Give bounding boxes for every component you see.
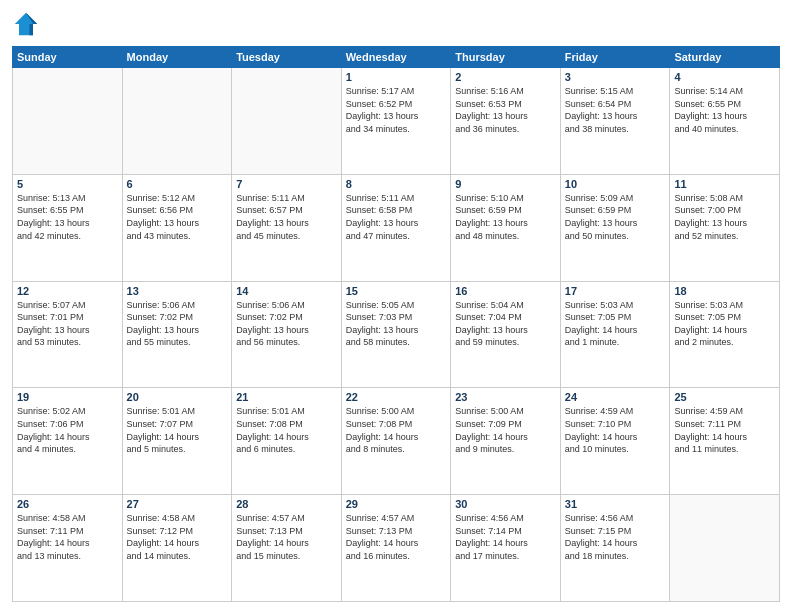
- day-info: Sunrise: 5:12 AM Sunset: 6:56 PM Dayligh…: [127, 192, 228, 242]
- day-number: 1: [346, 71, 447, 83]
- logo: [12, 10, 42, 38]
- day-number: 7: [236, 178, 337, 190]
- day-number: 5: [17, 178, 118, 190]
- day-number: 30: [455, 498, 556, 510]
- day-cell: 17Sunrise: 5:03 AM Sunset: 7:05 PM Dayli…: [560, 281, 670, 388]
- day-number: 2: [455, 71, 556, 83]
- day-number: 3: [565, 71, 666, 83]
- weekday-header-monday: Monday: [122, 47, 232, 68]
- day-number: 15: [346, 285, 447, 297]
- day-info: Sunrise: 5:07 AM Sunset: 7:01 PM Dayligh…: [17, 299, 118, 349]
- day-cell: 23Sunrise: 5:00 AM Sunset: 7:09 PM Dayli…: [451, 388, 561, 495]
- day-cell: 13Sunrise: 5:06 AM Sunset: 7:02 PM Dayli…: [122, 281, 232, 388]
- day-info: Sunrise: 5:15 AM Sunset: 6:54 PM Dayligh…: [565, 85, 666, 135]
- day-number: 13: [127, 285, 228, 297]
- day-cell: 27Sunrise: 4:58 AM Sunset: 7:12 PM Dayli…: [122, 495, 232, 602]
- weekday-header-thursday: Thursday: [451, 47, 561, 68]
- day-number: 11: [674, 178, 775, 190]
- day-cell: 16Sunrise: 5:04 AM Sunset: 7:04 PM Dayli…: [451, 281, 561, 388]
- day-number: 18: [674, 285, 775, 297]
- day-cell: 21Sunrise: 5:01 AM Sunset: 7:08 PM Dayli…: [232, 388, 342, 495]
- day-number: 20: [127, 391, 228, 403]
- day-number: 29: [346, 498, 447, 510]
- day-cell: 10Sunrise: 5:09 AM Sunset: 6:59 PM Dayli…: [560, 174, 670, 281]
- day-cell: 4Sunrise: 5:14 AM Sunset: 6:55 PM Daylig…: [670, 68, 780, 175]
- week-row-5: 26Sunrise: 4:58 AM Sunset: 7:11 PM Dayli…: [13, 495, 780, 602]
- day-info: Sunrise: 5:05 AM Sunset: 7:03 PM Dayligh…: [346, 299, 447, 349]
- weekday-header-tuesday: Tuesday: [232, 47, 342, 68]
- day-cell: 20Sunrise: 5:01 AM Sunset: 7:07 PM Dayli…: [122, 388, 232, 495]
- day-info: Sunrise: 4:59 AM Sunset: 7:11 PM Dayligh…: [674, 405, 775, 455]
- day-cell: 9Sunrise: 5:10 AM Sunset: 6:59 PM Daylig…: [451, 174, 561, 281]
- day-number: 6: [127, 178, 228, 190]
- day-info: Sunrise: 4:58 AM Sunset: 7:12 PM Dayligh…: [127, 512, 228, 562]
- calendar-table: SundayMondayTuesdayWednesdayThursdayFrid…: [12, 46, 780, 602]
- page: SundayMondayTuesdayWednesdayThursdayFrid…: [0, 0, 792, 612]
- day-info: Sunrise: 4:56 AM Sunset: 7:15 PM Dayligh…: [565, 512, 666, 562]
- day-cell: [122, 68, 232, 175]
- day-number: 25: [674, 391, 775, 403]
- weekday-header-friday: Friday: [560, 47, 670, 68]
- day-cell: 29Sunrise: 4:57 AM Sunset: 7:13 PM Dayli…: [341, 495, 451, 602]
- day-cell: 12Sunrise: 5:07 AM Sunset: 7:01 PM Dayli…: [13, 281, 123, 388]
- day-cell: 15Sunrise: 5:05 AM Sunset: 7:03 PM Dayli…: [341, 281, 451, 388]
- day-info: Sunrise: 5:01 AM Sunset: 7:08 PM Dayligh…: [236, 405, 337, 455]
- day-cell: 19Sunrise: 5:02 AM Sunset: 7:06 PM Dayli…: [13, 388, 123, 495]
- day-cell: 31Sunrise: 4:56 AM Sunset: 7:15 PM Dayli…: [560, 495, 670, 602]
- day-number: 31: [565, 498, 666, 510]
- weekday-header-sunday: Sunday: [13, 47, 123, 68]
- day-info: Sunrise: 5:06 AM Sunset: 7:02 PM Dayligh…: [127, 299, 228, 349]
- weekday-header-row: SundayMondayTuesdayWednesdayThursdayFrid…: [13, 47, 780, 68]
- day-info: Sunrise: 5:00 AM Sunset: 7:09 PM Dayligh…: [455, 405, 556, 455]
- day-cell: 6Sunrise: 5:12 AM Sunset: 6:56 PM Daylig…: [122, 174, 232, 281]
- weekday-header-wednesday: Wednesday: [341, 47, 451, 68]
- day-info: Sunrise: 4:56 AM Sunset: 7:14 PM Dayligh…: [455, 512, 556, 562]
- day-number: 28: [236, 498, 337, 510]
- day-info: Sunrise: 5:06 AM Sunset: 7:02 PM Dayligh…: [236, 299, 337, 349]
- day-cell: [232, 68, 342, 175]
- day-number: 17: [565, 285, 666, 297]
- week-row-4: 19Sunrise: 5:02 AM Sunset: 7:06 PM Dayli…: [13, 388, 780, 495]
- day-info: Sunrise: 4:58 AM Sunset: 7:11 PM Dayligh…: [17, 512, 118, 562]
- day-number: 21: [236, 391, 337, 403]
- day-number: 14: [236, 285, 337, 297]
- day-number: 23: [455, 391, 556, 403]
- day-number: 27: [127, 498, 228, 510]
- day-cell: 1Sunrise: 5:17 AM Sunset: 6:52 PM Daylig…: [341, 68, 451, 175]
- day-cell: 28Sunrise: 4:57 AM Sunset: 7:13 PM Dayli…: [232, 495, 342, 602]
- day-info: Sunrise: 5:09 AM Sunset: 6:59 PM Dayligh…: [565, 192, 666, 242]
- week-row-3: 12Sunrise: 5:07 AM Sunset: 7:01 PM Dayli…: [13, 281, 780, 388]
- day-info: Sunrise: 4:59 AM Sunset: 7:10 PM Dayligh…: [565, 405, 666, 455]
- day-info: Sunrise: 5:00 AM Sunset: 7:08 PM Dayligh…: [346, 405, 447, 455]
- logo-icon: [12, 10, 40, 38]
- day-cell: 25Sunrise: 4:59 AM Sunset: 7:11 PM Dayli…: [670, 388, 780, 495]
- day-cell: 5Sunrise: 5:13 AM Sunset: 6:55 PM Daylig…: [13, 174, 123, 281]
- day-cell: 3Sunrise: 5:15 AM Sunset: 6:54 PM Daylig…: [560, 68, 670, 175]
- day-info: Sunrise: 4:57 AM Sunset: 7:13 PM Dayligh…: [236, 512, 337, 562]
- day-number: 26: [17, 498, 118, 510]
- day-info: Sunrise: 5:02 AM Sunset: 7:06 PM Dayligh…: [17, 405, 118, 455]
- day-cell: 8Sunrise: 5:11 AM Sunset: 6:58 PM Daylig…: [341, 174, 451, 281]
- day-cell: 11Sunrise: 5:08 AM Sunset: 7:00 PM Dayli…: [670, 174, 780, 281]
- weekday-header-saturday: Saturday: [670, 47, 780, 68]
- day-info: Sunrise: 5:04 AM Sunset: 7:04 PM Dayligh…: [455, 299, 556, 349]
- day-number: 16: [455, 285, 556, 297]
- day-info: Sunrise: 5:13 AM Sunset: 6:55 PM Dayligh…: [17, 192, 118, 242]
- day-number: 8: [346, 178, 447, 190]
- day-cell: 30Sunrise: 4:56 AM Sunset: 7:14 PM Dayli…: [451, 495, 561, 602]
- day-number: 19: [17, 391, 118, 403]
- week-row-2: 5Sunrise: 5:13 AM Sunset: 6:55 PM Daylig…: [13, 174, 780, 281]
- day-info: Sunrise: 5:17 AM Sunset: 6:52 PM Dayligh…: [346, 85, 447, 135]
- day-cell: [670, 495, 780, 602]
- day-cell: 14Sunrise: 5:06 AM Sunset: 7:02 PM Dayli…: [232, 281, 342, 388]
- day-info: Sunrise: 5:03 AM Sunset: 7:05 PM Dayligh…: [674, 299, 775, 349]
- day-info: Sunrise: 5:16 AM Sunset: 6:53 PM Dayligh…: [455, 85, 556, 135]
- day-info: Sunrise: 5:14 AM Sunset: 6:55 PM Dayligh…: [674, 85, 775, 135]
- day-number: 12: [17, 285, 118, 297]
- day-cell: [13, 68, 123, 175]
- day-number: 9: [455, 178, 556, 190]
- day-info: Sunrise: 5:01 AM Sunset: 7:07 PM Dayligh…: [127, 405, 228, 455]
- day-number: 22: [346, 391, 447, 403]
- day-info: Sunrise: 5:11 AM Sunset: 6:57 PM Dayligh…: [236, 192, 337, 242]
- day-cell: 7Sunrise: 5:11 AM Sunset: 6:57 PM Daylig…: [232, 174, 342, 281]
